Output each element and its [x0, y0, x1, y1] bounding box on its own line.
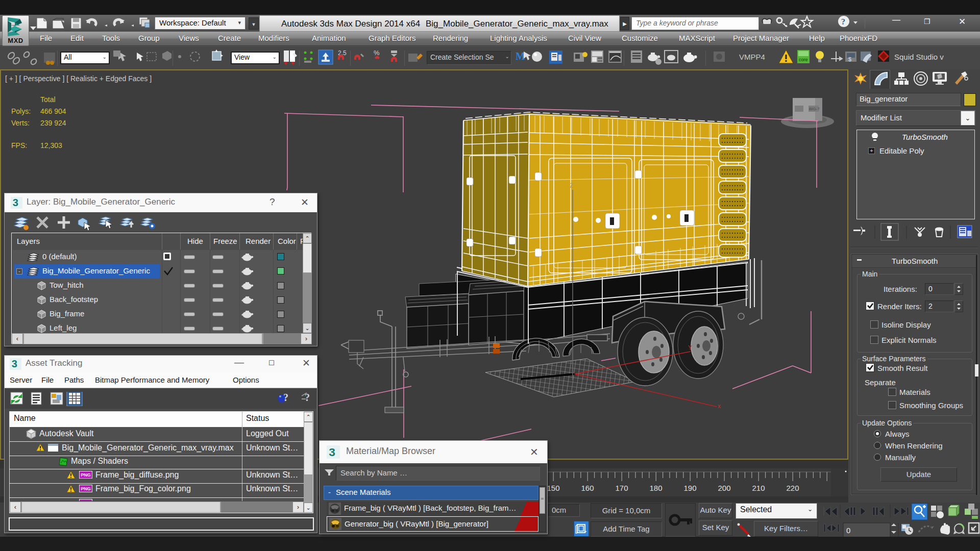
- svg-text:3: 3: [329, 445, 335, 459]
- svg-text:?: ?: [283, 392, 288, 403]
- svg-text:190: 190: [683, 484, 696, 492]
- svg-text:$: $: [848, 56, 851, 62]
- svg-text:170: 170: [615, 484, 628, 492]
- svg-text:?: ?: [841, 17, 845, 26]
- svg-text:x: x: [718, 403, 721, 410]
- svg-text:BIG-T: BIG-T: [809, 107, 820, 111]
- svg-text:Z: Z: [570, 182, 573, 189]
- svg-text:Squid Studio v: Squid Studio v: [894, 53, 944, 61]
- svg-text:3: 3: [13, 197, 18, 208]
- svg-text:%: %: [374, 49, 380, 57]
- svg-text:3: 3: [12, 358, 17, 369]
- svg-text:0: 0: [846, 526, 850, 535]
- svg-text:220: 220: [786, 484, 799, 492]
- svg-text:160: 160: [581, 484, 594, 492]
- svg-text:150: 150: [547, 484, 559, 492]
- svg-text:210: 210: [752, 484, 765, 492]
- svg-text:200: 200: [718, 484, 730, 492]
- svg-text:core: core: [799, 57, 808, 62]
- svg-text:180: 180: [649, 484, 662, 492]
- svg-text:VMPP4: VMPP4: [739, 53, 765, 61]
- svg-text:Y: Y: [688, 344, 692, 352]
